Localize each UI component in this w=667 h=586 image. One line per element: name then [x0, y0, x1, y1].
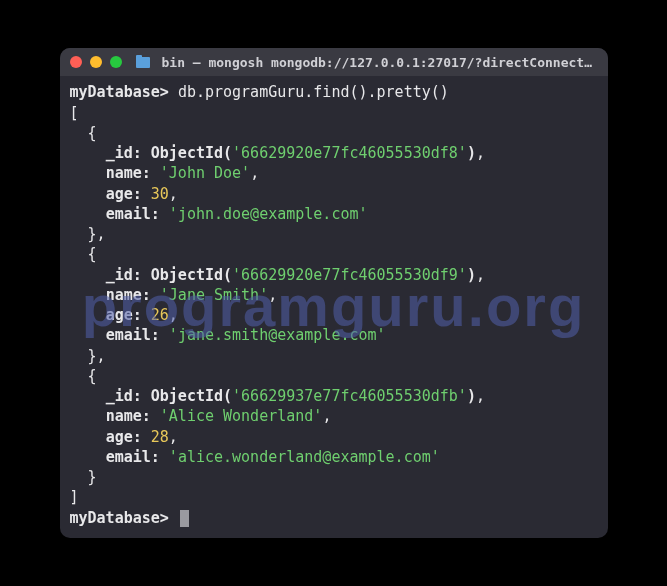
maximize-icon[interactable]	[110, 56, 122, 68]
minimize-icon[interactable]	[90, 56, 102, 68]
field-key: name:	[106, 164, 151, 182]
brace: {	[88, 367, 97, 385]
traffic-lights	[70, 56, 122, 68]
window-title: bin — mongosh mongodb://127.0.0.1:27017/…	[162, 55, 598, 70]
email-value: 'alice.wonderland@example.com'	[169, 448, 440, 466]
output-close-bracket: ]	[70, 488, 79, 506]
name-value: 'Jane Smith'	[160, 286, 268, 304]
age-value: 26	[151, 306, 169, 324]
email-value: 'john.doe@example.com'	[169, 205, 368, 223]
objectid-label: ObjectId(	[151, 387, 232, 405]
objectid-label: ObjectId(	[151, 266, 232, 284]
field-key: name:	[106, 407, 151, 425]
brace: },	[88, 347, 106, 365]
field-key: email:	[106, 448, 160, 466]
age-value: 28	[151, 428, 169, 446]
brace: },	[88, 225, 106, 243]
terminal-window: bin — mongosh mongodb://127.0.0.1:27017/…	[60, 48, 608, 538]
prompt: myDatabase>	[70, 83, 169, 101]
field-key: email:	[106, 326, 160, 344]
field-key: age:	[106, 428, 142, 446]
field-key: _id:	[106, 387, 142, 405]
name-value: 'Alice Wonderland'	[160, 407, 323, 425]
field-key: _id:	[106, 266, 142, 284]
brace: {	[88, 124, 97, 142]
field-key: _id:	[106, 144, 142, 162]
brace: }	[88, 468, 97, 486]
id-value: '66629937e77fc46055530dfb'	[232, 387, 467, 405]
id-value: '66629920e77fc46055530df8'	[232, 144, 467, 162]
cursor	[180, 510, 189, 527]
command-text: db.programGuru.find().pretty()	[178, 83, 449, 101]
name-value: 'John Doe'	[160, 164, 250, 182]
output-open-bracket: [	[70, 104, 79, 122]
terminal-body[interactable]: myDatabase> db.programGuru.find().pretty…	[60, 76, 608, 538]
titlebar[interactable]: bin — mongosh mongodb://127.0.0.1:27017/…	[60, 48, 608, 76]
brace: {	[88, 245, 97, 263]
folder-icon	[136, 57, 150, 68]
id-value: '66629920e77fc46055530df9'	[232, 266, 467, 284]
email-value: 'jane.smith@example.com'	[169, 326, 386, 344]
prompt: myDatabase>	[70, 509, 169, 527]
field-key: age:	[106, 306, 142, 324]
field-key: email:	[106, 205, 160, 223]
field-key: name:	[106, 286, 151, 304]
objectid-label: ObjectId(	[151, 144, 232, 162]
close-icon[interactable]	[70, 56, 82, 68]
field-key: age:	[106, 185, 142, 203]
age-value: 30	[151, 185, 169, 203]
